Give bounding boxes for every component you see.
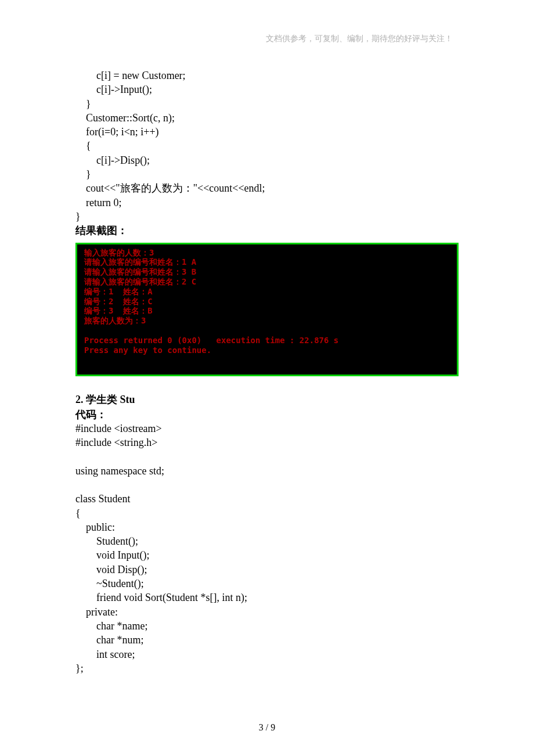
code-block-2: #include <iostream> #include <string.h> … (75, 422, 459, 675)
console-line: 请输入旅客的编号和姓名：2 C (84, 277, 450, 287)
console-line: 输入旅客的人数：3 (84, 248, 450, 258)
console-line: Process returned 0 (0x0) execution time … (84, 336, 450, 345)
console-window: 输入旅客的人数：3请输入旅客的编号和姓名：1 A请输入旅客的编号和姓名：3 B请… (75, 243, 459, 377)
console-line (84, 326, 450, 336)
console-output: 输入旅客的人数：3请输入旅客的编号和姓名：1 A请输入旅客的编号和姓名：3 B请… (77, 244, 457, 375)
result-screenshot-label: 结果截图： (75, 224, 459, 237)
console-line: 编号：3 姓名：B (84, 306, 450, 316)
console-line: Press any key to continue. (84, 345, 450, 355)
console-line: 请输入旅客的编号和姓名：3 B (84, 267, 450, 277)
page-number: 3 / 9 (0, 722, 534, 733)
console-line: 请输入旅客的编号和姓名：1 A (84, 257, 450, 267)
header-note: 文档供参考，可复制、编制，期待您的好评与关注！ (75, 34, 459, 44)
code-block-1: c[i] = new Customer; c[i]->Input(); } Cu… (75, 69, 459, 224)
code-label: 代码： (75, 408, 459, 422)
section-2-title: 2. 学生类 Stu (75, 393, 459, 407)
console-line: 旅客的人数为：3 (84, 316, 450, 326)
document-page: 文档供参考，可复制、编制，期待您的好评与关注！ c[i] = new Custo… (0, 0, 534, 675)
console-line: 编号：1 姓名：A (84, 287, 450, 297)
console-line: 编号：2 姓名：C (84, 297, 450, 307)
